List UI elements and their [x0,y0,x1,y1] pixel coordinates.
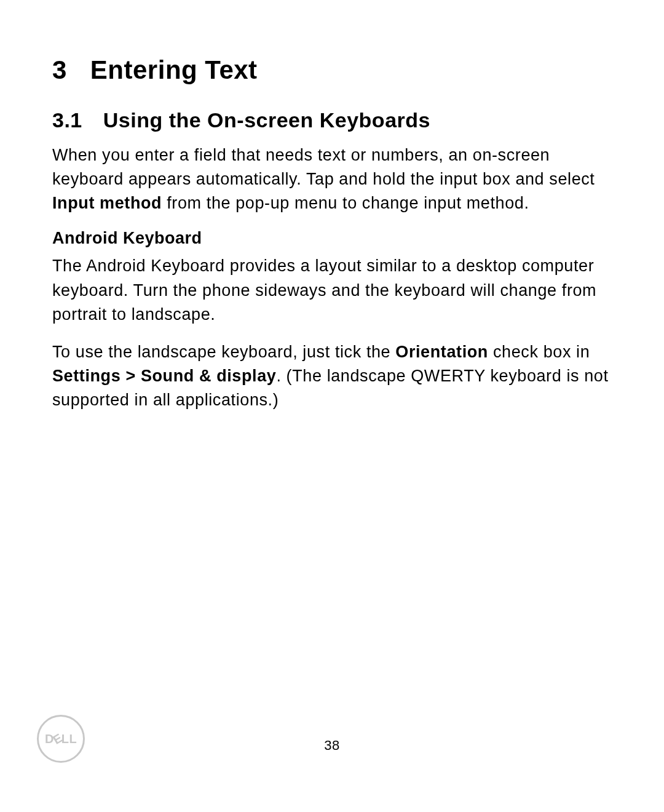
intro-text-part1: When you enter a field that needs text o… [52,146,595,188]
para3-bold-orientation: Orientation [395,343,488,361]
intro-text-part2: from the pop-up menu to change input met… [162,194,529,212]
intro-paragraph: When you enter a field that needs text o… [52,143,615,215]
intro-bold-input-method: Input method [52,194,162,212]
para3-bold-settings-path: Settings > Sound & display [52,367,276,385]
chapter-title: Entering Text [90,55,258,85]
android-keyboard-paragraph: The Android Keyboard provides a layout s… [52,254,615,326]
para3-part1: To use the landscape keyboard, just tick… [52,343,395,361]
para3-part2: check box in [488,343,590,361]
android-keyboard-subheading: Android Keyboard [52,229,615,248]
section-title: Using the On-screen Keyboards [103,108,430,132]
page-number: 38 [324,738,339,754]
page-footer: 38 DELL [0,738,664,754]
chapter-number: 3 [52,55,67,85]
dell-logo-text: DELL [45,732,77,746]
dell-l2: L [69,732,77,746]
orientation-paragraph: To use the landscape keyboard, just tick… [52,340,615,412]
section-heading: 3.1 Using the On-screen Keyboards [52,108,615,132]
section-number: 3.1 [52,108,82,132]
dell-logo-icon: DELL [37,715,85,763]
chapter-heading: 3 Entering Text [52,55,615,85]
